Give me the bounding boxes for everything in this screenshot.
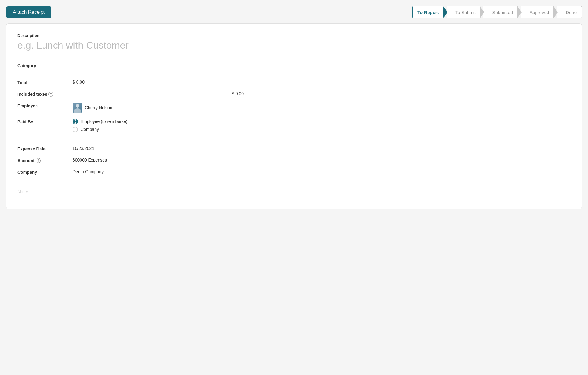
- paid-by-employee-option[interactable]: Employee (to reimburse): [73, 119, 571, 124]
- employee-name: Cherry Nelson: [85, 105, 112, 110]
- included-taxes-label: Included taxes ?: [17, 91, 73, 97]
- description-input[interactable]: e.g. Lunch with Customer: [17, 40, 571, 51]
- account-help-icon[interactable]: ?: [36, 158, 41, 163]
- employee-avatar: [73, 103, 82, 113]
- description-section: Description e.g. Lunch with Customer: [17, 33, 571, 51]
- total-label: Total: [17, 80, 73, 85]
- pipeline-step-approved[interactable]: Approved: [521, 6, 553, 18]
- pipeline-step-submitted[interactable]: Submitted: [484, 6, 517, 18]
- description-label: Description: [17, 33, 571, 38]
- expense-form-card: Description e.g. Lunch with Customer Cat…: [6, 23, 582, 209]
- total-value[interactable]: $ 0.00: [73, 80, 571, 84]
- category-label: Category: [17, 63, 73, 68]
- expense-date-row: Expense Date 10/23/2024: [17, 143, 571, 154]
- employee-row: Employee Cherry Nelson: [17, 100, 571, 116]
- pipeline-step-to-report[interactable]: To Report: [412, 6, 443, 18]
- included-taxes-value: $ 0.00: [73, 91, 571, 96]
- notes-input[interactable]: Notes...: [17, 185, 571, 198]
- company-value[interactable]: Demo Company: [73, 169, 571, 174]
- paid-by-employee-label: Employee (to reimburse): [81, 119, 127, 124]
- account-row: Account ? 600000 Expenses: [17, 154, 571, 166]
- top-bar: Attach Receipt To Report To Submit Submi…: [6, 6, 582, 18]
- account-value[interactable]: 600000 Expenses: [73, 158, 571, 162]
- employee-label: Employee: [17, 103, 73, 108]
- paid-by-company-label: Company: [81, 127, 99, 132]
- included-taxes-row: Included taxes ? $ 0.00: [17, 88, 571, 100]
- total-row: Total $ 0.00: [17, 76, 571, 88]
- pipeline-step-to-submit[interactable]: To Submit: [447, 6, 480, 18]
- employee-info[interactable]: Cherry Nelson: [73, 103, 571, 113]
- included-taxes-help-icon[interactable]: ?: [48, 92, 53, 97]
- paid-by-row: Paid By Employee (to reimburse) Company: [17, 116, 571, 138]
- included-taxes-amount: $ 0.00: [232, 91, 244, 96]
- category-row: Category: [17, 60, 571, 71]
- expense-date-label: Expense Date: [17, 146, 73, 151]
- paid-by-options: Employee (to reimburse) Company: [73, 119, 571, 135]
- paid-by-company-option[interactable]: Company: [73, 127, 571, 132]
- attach-receipt-button[interactable]: Attach Receipt: [6, 6, 51, 18]
- paid-by-employee-radio[interactable]: [73, 119, 78, 124]
- employee-value: Cherry Nelson: [73, 103, 571, 113]
- account-label: Account ?: [17, 158, 73, 163]
- pipeline-step-done[interactable]: Done: [557, 6, 582, 18]
- status-pipeline: To Report To Submit Submitted Approved D…: [412, 6, 582, 18]
- paid-by-label: Paid By: [17, 119, 73, 124]
- company-row: Company Demo Company: [17, 166, 571, 178]
- company-label: Company: [17, 169, 73, 175]
- paid-by-company-radio[interactable]: [73, 127, 78, 132]
- expense-date-value[interactable]: 10/23/2024: [73, 146, 571, 151]
